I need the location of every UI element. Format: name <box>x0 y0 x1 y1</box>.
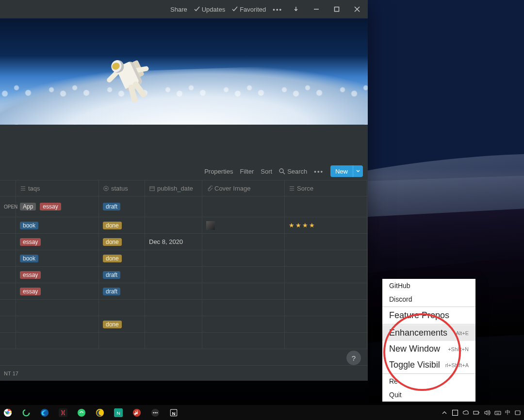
svg-rect-27 <box>515 411 520 415</box>
cover-thumbnail[interactable] <box>206 221 215 230</box>
table-header-row: taqs status publish_date Cover Image Sor… <box>0 180 368 196</box>
app-icon-green[interactable] <box>77 408 86 418</box>
loading-icon[interactable] <box>21 408 31 418</box>
svg-point-10 <box>78 408 85 416</box>
notion-taskbar-icon[interactable]: N <box>169 408 179 418</box>
status-pill: done <box>103 255 122 262</box>
status-icon <box>103 185 109 192</box>
table-row[interactable]: done <box>0 316 368 333</box>
tray-chevron-icon[interactable] <box>441 409 448 416</box>
table-row[interactable]: essaydoneDec 8, 2020 <box>0 234 368 250</box>
context-menu-item[interactable]: Discord <box>382 292 475 306</box>
svg-point-16 <box>153 412 154 413</box>
table-row[interactable]: bookdone★★★★ <box>0 217 368 234</box>
chrome-icon[interactable] <box>3 408 13 418</box>
context-menu-item[interactable]: EnhancementsAlt+E <box>382 325 475 341</box>
status-pill: done <box>103 222 122 229</box>
keyboard-shortcut: +Shift+N <box>448 346 469 352</box>
multiselect-icon <box>20 185 26 192</box>
svg-point-1 <box>279 169 283 173</box>
more-icon[interactable]: ••• <box>273 6 282 13</box>
date-cell <box>145 283 202 299</box>
context-menu-item[interactable]: GitHub <box>382 279 475 292</box>
table-row[interactable] <box>0 300 368 316</box>
search-label: Search <box>287 168 307 175</box>
search-icon <box>279 168 285 175</box>
context-menu-label: Re <box>389 377 398 385</box>
column-header-source[interactable]: Sorce <box>285 180 367 196</box>
context-menu-label: Toggle Visibil <box>389 360 440 370</box>
app-icon-moon[interactable] <box>95 408 105 418</box>
sort-button[interactable]: Sort <box>261 168 272 175</box>
share-button[interactable]: Share <box>170 6 187 13</box>
tray-battery-icon[interactable] <box>473 409 480 416</box>
system-tray: 中 <box>441 409 521 416</box>
filter-button[interactable]: Filter <box>240 168 254 175</box>
column-header-publish-date[interactable]: publish_date <box>145 180 202 196</box>
notion-window: Share Updates Favorited ••• <box>0 0 368 381</box>
favorited-button[interactable]: Favorited <box>232 6 266 13</box>
table-row[interactable]: OPENAppessaydraft <box>0 196 368 217</box>
multiselect-icon <box>289 185 295 192</box>
status-pill: done <box>103 321 122 328</box>
table-empty-row[interactable] <box>0 333 368 349</box>
svg-rect-25 <box>479 412 480 413</box>
column-header-cover-image[interactable]: Cover Image <box>202 180 285 196</box>
new-dropdown-icon[interactable] <box>353 165 363 177</box>
date-cell <box>145 316 202 332</box>
check-icon <box>232 6 238 12</box>
tray-cloud-icon[interactable] <box>462 409 469 416</box>
app-icon-dots[interactable] <box>150 408 160 418</box>
cover-image[interactable] <box>0 18 368 125</box>
context-menu-item[interactable]: Feature Propos <box>382 307 475 323</box>
download-icon[interactable] <box>289 2 303 16</box>
context-menu-item[interactable]: New Window+Shift+N <box>382 341 475 357</box>
context-menu-item[interactable]: Toggle Visibilrl+Shift+A <box>382 357 475 373</box>
context-menu-item[interactable]: Quit <box>382 388 475 402</box>
svg-text:N: N <box>116 410 120 415</box>
new-button[interactable]: New <box>330 165 363 177</box>
svg-text:N: N <box>172 410 175 416</box>
minimize-button[interactable] <box>310 2 323 16</box>
svg-rect-26 <box>495 411 501 415</box>
check-icon <box>194 6 200 12</box>
date-cell <box>145 250 202 266</box>
context-menu-label: New Window <box>389 344 440 354</box>
date-cell <box>145 217 202 233</box>
search-button[interactable]: Search <box>279 168 307 175</box>
app-icon-music[interactable] <box>132 408 142 418</box>
app-icon-red[interactable] <box>58 408 68 418</box>
favorited-label: Favorited <box>240 6 266 13</box>
context-menu-item[interactable]: Re <box>382 374 475 388</box>
help-button[interactable]: ? <box>346 351 361 365</box>
properties-button[interactable]: Properties <box>204 168 233 175</box>
app-icon-teal[interactable]: N <box>114 408 123 418</box>
close-button[interactable] <box>350 2 364 16</box>
column-header-status[interactable]: status <box>99 180 145 196</box>
footer-count-label: NT <box>4 371 11 376</box>
updates-button[interactable]: Updates <box>194 6 225 13</box>
status-pill: draft <box>103 271 120 279</box>
tray-ime-indicator[interactable]: 中 <box>505 409 510 416</box>
date-cell <box>145 267 202 283</box>
table-row[interactable]: essaydraft <box>0 283 368 300</box>
edge-icon[interactable] <box>40 408 49 418</box>
tag-pill: essay <box>20 271 41 279</box>
tray-notification-icon[interactable] <box>514 409 521 416</box>
table-more-icon[interactable]: ••• <box>314 168 324 175</box>
table-row[interactable]: essaydraft <box>0 267 368 283</box>
taskbar: N N 中 <box>0 405 524 420</box>
tray-volume-icon[interactable] <box>484 409 491 416</box>
tray-notion-icon[interactable] <box>452 409 458 416</box>
column-header-blank[interactable] <box>0 180 16 196</box>
keyboard-shortcut: rl+Shift+A <box>445 362 469 368</box>
context-menu-label: Quit <box>389 391 402 399</box>
column-header-tags[interactable]: taqs <box>16 180 99 196</box>
table-row[interactable]: bookdone <box>0 250 368 267</box>
maximize-button[interactable] <box>330 2 344 16</box>
table-toolbar: Properties Filter Sort Search ••• New <box>0 162 368 180</box>
tray-keyboard-icon[interactable] <box>494 409 501 416</box>
tray-context-menu: GitHubDiscordFeature ProposEnhancementsA… <box>382 279 475 402</box>
tag-pill: essay <box>20 288 41 295</box>
context-menu-label: Feature Propos <box>389 310 449 321</box>
